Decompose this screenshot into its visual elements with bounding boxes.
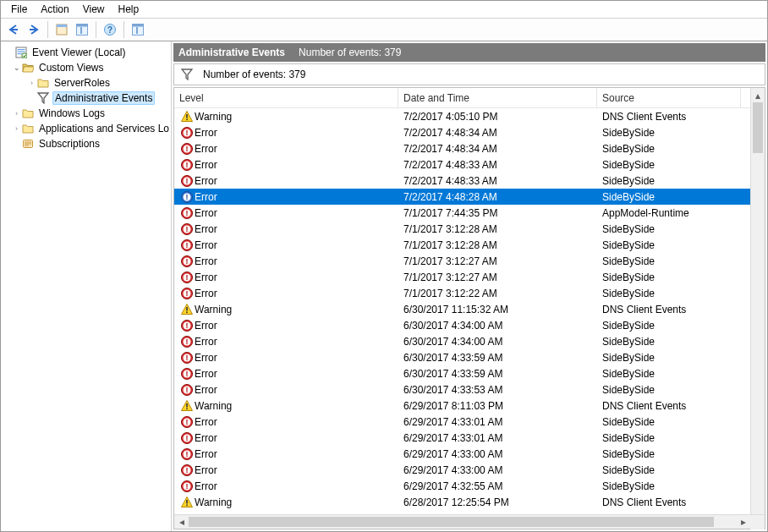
cell-source: SideBySide	[597, 368, 765, 380]
level-text: Error	[195, 368, 217, 380]
cell-source: SideBySide	[597, 464, 765, 476]
event-row[interactable]: Error6/29/2017 4:32:55 AMSideBySide	[174, 478, 765, 494]
scroll-thumb[interactable]	[189, 517, 714, 527]
tree-server-roles[interactable]: › ServerRoles	[1, 75, 171, 90]
event-row[interactable]: Warning7/2/2017 4:05:10 PMDNS Client Eve…	[174, 108, 765, 124]
event-row[interactable]: Error7/1/2017 3:12:28 AMSideBySide	[174, 237, 765, 253]
event-row[interactable]: Error6/30/2017 4:33:59 AMSideBySide	[174, 349, 765, 365]
scroll-track[interactable]	[751, 102, 765, 514]
error-icon	[179, 191, 195, 203]
event-row[interactable]: Error6/30/2017 4:33:53 AMSideBySide	[174, 381, 765, 398]
event-row[interactable]: Error7/1/2017 7:44:35 PMAppModel-Runtime	[174, 205, 765, 221]
level-text: Error	[195, 239, 217, 251]
cell-source: SideBySide	[597, 480, 765, 492]
filter-icon[interactable]	[181, 69, 193, 80]
menu-help[interactable]: Help	[112, 2, 146, 17]
error-icon	[179, 352, 195, 364]
cell-level: Error	[174, 207, 398, 219]
cell-date: 7/2/2017 4:48:33 AM	[398, 175, 597, 187]
tree-label: ServerRoles	[52, 77, 112, 89]
column-date[interactable]: Date and Time	[398, 88, 597, 107]
cell-level: Error	[174, 320, 398, 332]
tree-apps-services[interactable]: › Applications and Services Lo	[1, 121, 171, 136]
scroll-up-button[interactable]: ▴	[751, 88, 765, 102]
show-hide-tree-button[interactable]	[52, 20, 71, 39]
nav-forward-button[interactable]	[25, 20, 43, 39]
cell-level: Error	[174, 223, 398, 235]
horizontal-scrollbar[interactable]: ◂ ▸	[174, 514, 765, 529]
column-source[interactable]: Source	[597, 88, 741, 107]
twisty-open-icon: ⌄	[11, 63, 22, 72]
cell-source: DNS Client Events	[597, 304, 765, 315]
cell-source: SideBySide	[597, 239, 765, 251]
event-viewer-window: File Action View Help Event Viewer (Loca…	[0, 0, 768, 532]
level-text: Error	[195, 207, 217, 219]
warning-icon	[179, 400, 195, 412]
cell-level: Error	[174, 143, 398, 155]
help-button[interactable]	[101, 20, 119, 39]
event-row[interactable]: Error6/29/2017 4:33:00 AMSideBySide	[174, 446, 765, 462]
cell-source: SideBySide	[597, 432, 765, 444]
error-icon	[179, 288, 195, 299]
event-row[interactable]: Error7/2/2017 4:48:28 AMSideBySide	[174, 189, 765, 205]
event-row[interactable]: Error6/30/2017 4:33:59 AMSideBySide	[174, 365, 765, 381]
event-row[interactable]: Error7/1/2017 3:12:27 AMSideBySide	[174, 253, 765, 269]
tree-root[interactable]: Event Viewer (Local)	[1, 45, 171, 60]
cell-source: SideBySide	[597, 384, 765, 396]
event-row[interactable]: Error7/2/2017 4:48:34 AMSideBySide	[174, 124, 765, 140]
cell-source: SideBySide	[597, 255, 765, 267]
event-row[interactable]: Warning6/29/2017 8:11:03 PMDNS Client Ev…	[174, 398, 765, 414]
cell-date: 7/2/2017 4:48:33 AM	[398, 159, 597, 171]
cell-level: Error	[174, 255, 398, 267]
properties-icon	[75, 23, 89, 36]
event-row[interactable]: Warning6/28/2017 12:25:54 PMDNS Client E…	[174, 494, 765, 510]
extra-button[interactable]	[129, 20, 147, 39]
error-icon	[179, 223, 195, 235]
event-row[interactable]: Error6/29/2017 4:33:00 AMSideBySide	[174, 462, 765, 478]
tree-label: Applications and Services Lo	[37, 123, 171, 134]
error-icon	[179, 143, 195, 155]
event-viewer-icon	[15, 47, 30, 58]
level-text: Warning	[195, 496, 232, 508]
filter-icon	[37, 92, 52, 104]
level-text: Warning	[195, 111, 232, 123]
cell-source: SideBySide	[597, 320, 765, 332]
tree-custom-views[interactable]: ⌄ Custom Views	[1, 60, 171, 75]
menu-action[interactable]: Action	[34, 2, 75, 17]
event-row[interactable]: Error7/2/2017 4:48:33 AMSideBySide	[174, 156, 765, 173]
warning-icon	[179, 111, 195, 123]
cell-date: 6/30/2017 4:33:53 AM	[398, 384, 597, 396]
menu-view[interactable]: View	[76, 2, 112, 17]
scroll-thumb[interactable]	[753, 102, 763, 153]
properties-button[interactable]	[73, 20, 91, 39]
cell-source: DNS Client Events	[597, 400, 765, 412]
event-row[interactable]: Error7/1/2017 3:12:27 AMSideBySide	[174, 269, 765, 285]
event-row[interactable]: Warning6/30/2017 11:15:32 AMDNS Client E…	[174, 301, 765, 317]
event-row[interactable]: Error7/1/2017 3:12:22 AMSideBySide	[174, 285, 765, 301]
scroll-track[interactable]	[189, 517, 736, 527]
menu-file[interactable]: File	[4, 2, 34, 17]
twisty-closed-icon: ›	[11, 109, 22, 118]
cell-source: DNS Client Events	[597, 496, 765, 508]
event-row[interactable]: Error6/30/2017 4:34:00 AMSideBySide	[174, 333, 765, 349]
scroll-left-button[interactable]: ◂	[174, 515, 189, 529]
tree-administrative-events[interactable]: Administrative Events	[1, 90, 171, 106]
event-row[interactable]: Error7/1/2017 3:12:28 AMSideBySide	[174, 221, 765, 237]
cell-level: Warning	[174, 111, 398, 123]
nav-back-button[interactable]	[4, 20, 23, 39]
tree-windows-logs[interactable]: › Windows Logs	[1, 106, 171, 121]
filter-bar: Number of events: 379	[173, 63, 765, 85]
scroll-right-button[interactable]: ▸	[736, 515, 750, 529]
error-icon	[179, 320, 195, 332]
event-row[interactable]: Error6/29/2017 4:33:01 AMSideBySide	[174, 430, 765, 446]
cell-source: DNS Client Events	[597, 111, 765, 123]
column-level[interactable]: Level	[174, 88, 398, 107]
level-text: Error	[195, 159, 217, 171]
event-row[interactable]: Error6/30/2017 4:34:00 AMSideBySide	[174, 317, 765, 333]
event-row[interactable]: Error7/2/2017 4:48:33 AMSideBySide	[174, 173, 765, 189]
vertical-scrollbar[interactable]: ▴ ▾	[750, 88, 765, 529]
event-row[interactable]: Error7/2/2017 4:48:34 AMSideBySide	[174, 140, 765, 156]
cell-date: 6/29/2017 8:11:03 PM	[398, 400, 597, 412]
tree-subscriptions[interactable]: Subscriptions	[1, 136, 171, 151]
event-row[interactable]: Error6/29/2017 4:33:01 AMSideBySide	[174, 414, 765, 430]
